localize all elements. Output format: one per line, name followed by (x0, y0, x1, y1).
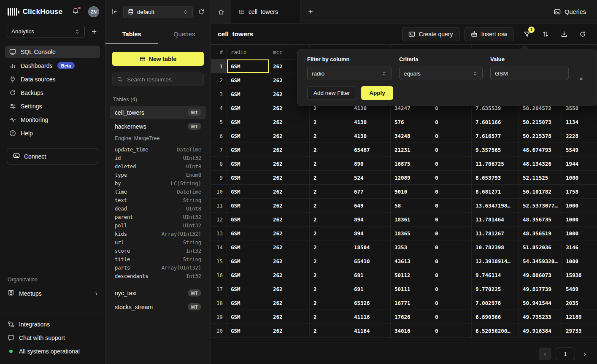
table-cell[interactable]: 7.601166 (472, 115, 519, 129)
table-cell[interactable]: 0 (431, 157, 472, 170)
sidebar-item-data-sources[interactable]: Data sources (5, 73, 100, 86)
remove-filter-icon[interactable]: × (579, 75, 583, 82)
sidebar-item-dashboards[interactable]: Dashboards Beta (5, 59, 100, 72)
table-cell[interactable]: 2 (310, 268, 350, 282)
sidebar-item-sql-console[interactable]: SQL Console (5, 46, 100, 58)
row-number-cell[interactable]: 10 (211, 185, 227, 198)
table-cell[interactable]: 15938 (562, 268, 597, 282)
table-cell[interactable]: 262 (269, 240, 310, 254)
table-cell[interactable]: 16771 (391, 296, 431, 310)
table-cell[interactable]: 7.616577 (472, 129, 519, 143)
table-cell[interactable]: 2 (310, 129, 350, 143)
table-cell[interactable]: 0 (431, 324, 472, 337)
row-number-cell[interactable]: 3 (211, 87, 227, 101)
table-cell[interactable]: 262 (269, 254, 310, 268)
row-number-cell[interactable]: 1 (211, 59, 227, 73)
new-table-button[interactable]: New table (112, 52, 204, 66)
table-cell[interactable]: 2 (310, 240, 350, 254)
table-cell[interactable]: GSM (227, 87, 269, 101)
row-number-cell[interactable]: 11 (211, 199, 227, 212)
add-workspace-button[interactable]: + (90, 27, 98, 36)
table-cell[interactable]: 50111 (391, 282, 431, 296)
table-cell[interactable]: 0 (431, 115, 472, 129)
table-cell[interactable]: 2 (310, 157, 350, 170)
table-cell[interactable]: 262 (269, 226, 310, 240)
table-cell[interactable]: GSM (227, 310, 269, 324)
table-cell[interactable]: 262 (269, 199, 310, 212)
row-number-cell[interactable]: 19 (211, 310, 227, 324)
table-cell[interactable]: GSM (227, 324, 269, 337)
filter-value-input[interactable] (490, 67, 569, 80)
row-number-cell[interactable]: 13 (211, 226, 227, 240)
table-cell[interactable]: 9010 (391, 185, 431, 198)
table-cell[interactable]: 2 (310, 115, 350, 129)
table-cell[interactable]: 691 (350, 282, 391, 296)
table-cell[interactable]: 1000 (562, 213, 597, 226)
database-selector[interactable]: default (123, 6, 193, 18)
workspace-selector[interactable]: Analytics (7, 25, 85, 38)
row-number-cell[interactable]: 18 (211, 296, 227, 310)
row-number-cell[interactable]: 5 (211, 115, 227, 129)
table-cell[interactable]: 1000 (562, 171, 597, 184)
table-cell[interactable]: 3353 (391, 240, 431, 254)
table-cell[interactable]: GSM (227, 226, 269, 240)
table-cell[interactable]: 48.356735 (519, 213, 562, 226)
row-number-cell[interactable]: 2 (211, 73, 227, 87)
table-cell[interactable]: 2 (310, 254, 350, 268)
table-cell[interactable]: 16875 (391, 157, 431, 170)
sort-button[interactable] (540, 29, 551, 39)
table-cell[interactable]: 11.706725 (472, 157, 519, 170)
new-tab-button[interactable]: + (300, 0, 321, 23)
table-cell[interactable]: GSM (227, 59, 269, 73)
table-cell[interactable]: 13.6347198… (472, 199, 519, 212)
table-cell[interactable]: GSM (227, 282, 269, 296)
row-number-cell[interactable]: 12 (211, 213, 227, 226)
table-cell[interactable]: 6.52050200… (472, 324, 519, 337)
table-cell[interactable]: 18361 (391, 213, 431, 226)
table-cell[interactable]: 54.3459320… (519, 254, 562, 268)
table-cell[interactable]: 41164 (350, 324, 391, 337)
table-cell[interactable]: 4130 (350, 115, 391, 129)
table-cell[interactable]: 0 (431, 143, 472, 156)
table-cell[interactable]: 0 (431, 199, 472, 212)
tab-home[interactable] (211, 0, 231, 23)
column-header[interactable]: # (211, 45, 227, 59)
table-cell[interactable]: 9.746114 (472, 268, 519, 282)
table-cell[interactable]: 0 (431, 240, 472, 254)
table-cell[interactable]: 0 (431, 226, 472, 240)
table-cell[interactable]: 6.890366 (472, 310, 519, 324)
table-cell[interactable]: 691 (350, 268, 391, 282)
table-cell[interactable]: 49.806073 (519, 268, 562, 282)
table-cell[interactable]: 576 (391, 115, 431, 129)
sidebar-item-integrations[interactable]: Integrations (0, 318, 105, 331)
table-cell[interactable]: 11.781267 (472, 226, 519, 240)
sidebar-item-backups[interactable]: Backups (5, 86, 100, 99)
refresh-button[interactable] (578, 29, 588, 39)
notifications-bell-icon[interactable] (72, 8, 81, 16)
tab-tables[interactable]: Tables (105, 24, 158, 44)
table-cell[interactable]: 1000 (562, 254, 597, 268)
table-item-nyc-taxi[interactable]: nyc_taxi MT (110, 286, 206, 299)
table-item-stocks-stream[interactable]: stocks_stream MT (110, 300, 206, 313)
table-cell[interactable]: 65410 (350, 254, 391, 268)
table-cell[interactable]: 262 (269, 296, 310, 310)
table-cell[interactable]: GSM (227, 129, 269, 143)
row-number-cell[interactable]: 4 (211, 101, 227, 115)
table-cell[interactable]: 262 (269, 171, 310, 184)
table-cell[interactable]: 0 (431, 296, 472, 310)
queries-button[interactable]: Queries (554, 8, 586, 15)
table-cell[interactable]: GSM (227, 157, 269, 170)
table-cell[interactable]: 17626 (391, 310, 431, 324)
table-cell[interactable]: 262 (269, 310, 310, 324)
next-page-button[interactable]: › (579, 348, 590, 360)
sidebar-item-settings[interactable]: Settings (5, 100, 100, 113)
prev-page-button[interactable]: ‹ (539, 348, 551, 360)
avatar[interactable]: ZN (88, 6, 99, 17)
table-cell[interactable]: 48.674793 (519, 143, 562, 156)
table-cell[interactable]: GSM (227, 296, 269, 310)
system-status[interactable]: All systems operational (0, 345, 105, 358)
add-filter-button[interactable]: Add new Filter (307, 86, 356, 100)
table-cell[interactable]: 1000 (562, 199, 597, 212)
table-cell[interactable]: 262 (269, 157, 310, 170)
table-cell[interactable]: GSM (227, 254, 269, 268)
